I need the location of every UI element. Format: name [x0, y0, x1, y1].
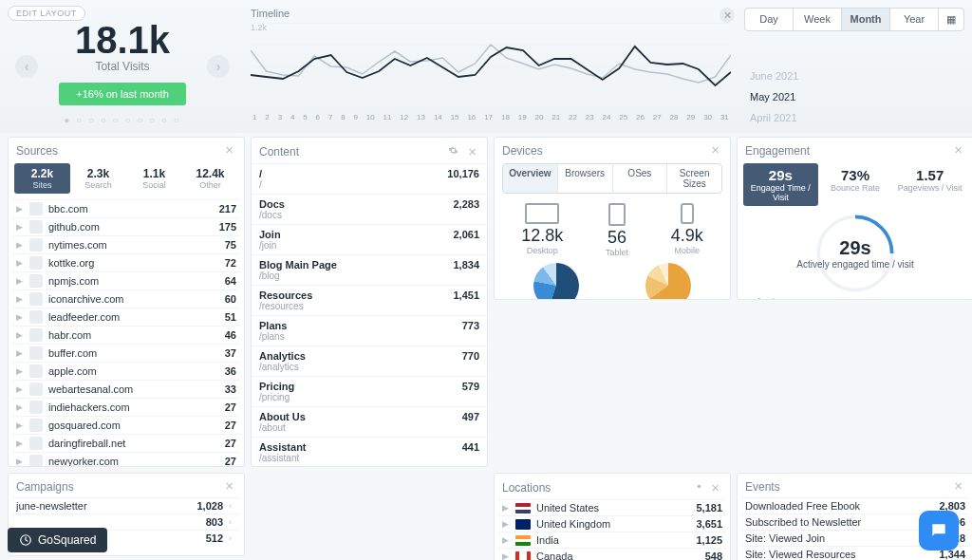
month-item[interactable]: June 2021: [750, 65, 964, 86]
os-pie-icon: [645, 263, 691, 300]
sources-tab-sites[interactable]: 2.2kSites: [14, 163, 70, 194]
card-title: Campaigns: [16, 480, 74, 494]
campaign-name: june-newsletter: [16, 500, 191, 512]
sources-row[interactable]: ▶ kottke.org 72: [12, 253, 240, 271]
caret-icon: ▶: [16, 294, 24, 304]
sources-row[interactable]: ▶ gosquared.com 27: [12, 416, 240, 434]
caret-icon: ▶: [16, 258, 24, 268]
event-name: Subscribed to Newsletter: [745, 516, 933, 528]
caret-icon: ▶: [16, 222, 24, 232]
content-path: /about: [259, 422, 306, 433]
sources-row[interactable]: ▶ nytimes.com 75: [12, 235, 240, 253]
caret-icon: ▶: [502, 519, 510, 529]
content-row[interactable]: Resources /resources 1,451: [252, 285, 487, 315]
sources-row[interactable]: ▶ habr.com 46: [12, 326, 240, 344]
card-title: Locations: [502, 481, 551, 495]
kpi-pager-dots[interactable]: ● ○ ○ ○ ○ ○ ○ ○ ○ ○: [8, 115, 237, 125]
content-row[interactable]: Analytics /analytics 770: [252, 345, 487, 376]
site-favicon-icon: [29, 310, 43, 324]
content-row[interactable]: Assistant /assistant 441: [252, 437, 487, 467]
month-item[interactable]: April 2021: [750, 107, 964, 128]
sources-row[interactable]: ▶ github.com 175: [12, 217, 240, 235]
gear-icon[interactable]: [692, 479, 706, 494]
locations-card: Locations ✕ ▶ United States 5,181 ▶ Unit…: [494, 473, 731, 560]
content-row[interactable]: Plans /plans 773: [252, 315, 487, 345]
content-row[interactable]: Join /join 2,061: [252, 224, 487, 254]
browsers-pie-icon: [533, 263, 579, 300]
sources-row[interactable]: ▶ apple.com 36: [12, 362, 240, 380]
location-value: 3,651: [696, 518, 722, 530]
content-row[interactable]: / / 10,176: [252, 163, 487, 194]
locations-row[interactable]: ▶ United States 5,181: [498, 499, 726, 515]
engagement-bounce[interactable]: 73%Bounce Rate: [818, 163, 893, 206]
sources-tab-social[interactable]: 1.1kSocial: [126, 163, 182, 194]
engagement-pageviews[interactable]: 1.57Pageviews / Visit: [892, 163, 967, 206]
content-value: 2,283: [453, 198, 479, 210]
site-favicon-icon: [29, 419, 43, 432]
devices-tab-oses[interactable]: OSes: [613, 164, 668, 193]
site-favicon-icon: [29, 455, 43, 467]
gear-icon[interactable]: [446, 143, 460, 158]
sources-row[interactable]: ▶ indiehackers.com 27: [12, 398, 240, 416]
card-close-icon[interactable]: ✕: [465, 145, 479, 159]
kpi-total-visits: ‹ › 18.1k Total Visits +16% on last mont…: [8, 6, 237, 133]
card-close-icon[interactable]: ✕: [708, 481, 722, 495]
kpi-next-button[interactable]: ›: [207, 55, 230, 78]
devices-tab-overview[interactable]: Overview: [503, 164, 558, 193]
card-close-icon[interactable]: ✕: [222, 143, 236, 158]
devices-tab-screens[interactable]: Screen Sizes: [667, 164, 721, 193]
content-row[interactable]: Docs /docs 2,283: [252, 194, 487, 224]
chat-fab-button[interactable]: [919, 511, 959, 551]
content-value: 773: [462, 320, 479, 331]
locations-row[interactable]: ▶ United Kingdom 3,651: [498, 515, 726, 532]
month-item[interactable]: May 2021: [750, 86, 964, 107]
range-day[interactable]: Day: [745, 9, 794, 30]
sources-row[interactable]: ▶ newyorker.com 27: [12, 452, 240, 467]
card-close-icon[interactable]: ✕: [708, 143, 722, 158]
range-calendar-icon[interactable]: ▦: [939, 9, 963, 30]
sources-tab-other[interactable]: 12.4kOther: [182, 163, 238, 194]
campaigns-row[interactable]: june-newsletter 1,028 ›: [12, 497, 240, 513]
chat-icon: [929, 521, 948, 540]
range-year[interactable]: Year: [890, 9, 939, 30]
sources-row[interactable]: ▶ bbc.com 217: [12, 199, 240, 217]
range-month[interactable]: Month: [842, 9, 890, 30]
timeline-chart: [251, 23, 731, 110]
engagement-legend: 1 min: [757, 297, 779, 300]
legend-dot-icon: [745, 299, 753, 301]
card-close-icon[interactable]: ✕: [951, 479, 965, 494]
devices-tab-browsers[interactable]: Browsers: [558, 164, 613, 193]
sources-row[interactable]: ▶ iconarchive.com 60: [12, 289, 240, 308]
content-card: Content ✕ / / 10,176 Docs /docs 2,283 Jo…: [251, 137, 488, 467]
content-name: /: [259, 168, 262, 179]
site-favicon-icon: [29, 256, 43, 270]
content-value: 441: [462, 441, 479, 453]
site-favicon-icon: [29, 437, 43, 450]
device-tablet: 56 Tablet: [606, 203, 628, 257]
range-week[interactable]: Week: [794, 9, 842, 30]
content-row[interactable]: Pricing /pricing 579: [252, 376, 487, 406]
site-favicon-icon: [29, 274, 43, 288]
sources-row[interactable]: ▶ leadfeeder.com 51: [12, 308, 240, 326]
campaign-value: 512: [206, 532, 223, 544]
card-close-icon[interactable]: ✕: [222, 479, 236, 494]
sources-tab-search[interactable]: 2.3kSearch: [70, 163, 126, 194]
content-name: Blog Main Page: [259, 259, 337, 271]
source-name: github.com: [48, 221, 214, 233]
locations-row[interactable]: ▶ Canada 548: [498, 548, 726, 560]
flag-icon: [515, 519, 531, 530]
content-row[interactable]: Blog Main Page /blog 1,834: [252, 254, 487, 285]
content-row[interactable]: About Us /about 497: [252, 406, 487, 437]
event-name: Site: Viewed Join: [745, 532, 933, 544]
sources-row[interactable]: ▶ buffer.com 37: [12, 344, 240, 362]
source-name: newyorker.com: [48, 456, 219, 467]
sources-row[interactable]: ▶ daringfireball.net 27: [12, 434, 240, 452]
sources-row[interactable]: ▶ npmjs.com 64: [12, 271, 240, 289]
gosquared-badge[interactable]: GoSquared: [8, 528, 107, 552]
sources-row[interactable]: ▶ webartesanal.com 33: [12, 380, 240, 398]
locations-row[interactable]: ▶ India 1,125: [498, 532, 726, 548]
engagement-time[interactable]: 29sEngaged Time / Visit: [743, 163, 818, 206]
card-close-icon[interactable]: ✕: [951, 143, 965, 158]
kpi-prev-button[interactable]: ‹: [15, 55, 38, 78]
timeline-close-icon[interactable]: ✕: [720, 8, 735, 23]
